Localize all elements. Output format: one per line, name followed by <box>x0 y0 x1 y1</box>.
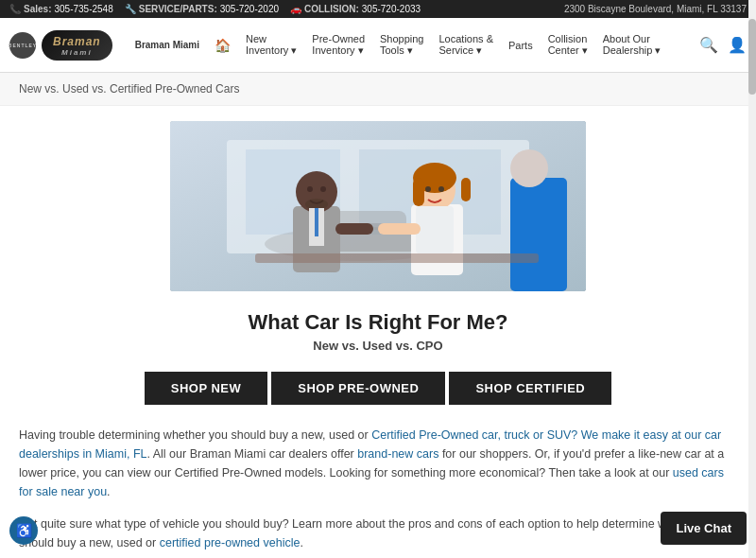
nav-about[interactable]: About OurDealership ▾ <box>595 18 669 73</box>
paragraph-1: Having trouble determining whether you s… <box>19 426 737 501</box>
nav-shopping-tools[interactable]: ShoppingTools ▾ <box>372 18 432 73</box>
breadcrumb: New vs. Used vs. Certified Pre-Owned Car… <box>0 73 756 106</box>
logo-top: Braman <box>53 35 101 48</box>
phone-icon: 📞 <box>9 4 21 14</box>
svg-rect-22 <box>416 206 454 253</box>
sales-label: Sales: <box>24 4 51 14</box>
svg-point-9 <box>307 186 313 192</box>
svg-rect-26 <box>255 253 539 263</box>
nav-parts[interactable]: Parts <box>501 18 541 73</box>
hero-svg <box>170 121 586 291</box>
search-icon[interactable]: 🔍 <box>699 36 718 54</box>
svg-rect-14 <box>335 223 373 235</box>
paragraph-2: Not quite sure what type of vehicle you … <box>19 514 737 552</box>
car-icon: 🚗 <box>290 4 301 14</box>
used-cars-link[interactable]: used cars for sale near you <box>19 466 724 498</box>
collision-phone[interactable]: 305-720-2033 <box>362 4 421 14</box>
body-text: Having trouble determining whether you s… <box>19 426 737 552</box>
live-chat-button[interactable]: Live Chat <box>661 512 747 545</box>
shop-certified-button[interactable]: SHOP CERTIFIED <box>447 370 613 407</box>
svg-point-25 <box>510 149 548 187</box>
nav-icons: 🔍 👤 <box>699 36 747 54</box>
logo-area: BENTLEY Braman Miami <box>9 30 112 61</box>
breadcrumb-text: New vs. Used vs. Certified Pre-Owned Car… <box>19 82 239 96</box>
bentley-logo[interactable]: BENTLEY <box>9 32 36 59</box>
svg-rect-18 <box>413 178 424 206</box>
user-icon[interactable]: 👤 <box>728 36 747 54</box>
nav-collision[interactable]: CollisionCenter ▾ <box>541 18 595 73</box>
sales-contact: 📞 Sales: 305-735-2548 <box>9 4 113 14</box>
main-header: BENTLEY Braman Miami Braman Miami 🏠 NewI… <box>0 18 756 73</box>
accessibility-icon: ♿ <box>16 523 32 538</box>
logo-sub: Miami <box>53 48 101 57</box>
bentley-label: BENTLEY <box>9 43 37 48</box>
nav-new-inventory[interactable]: NewInventory ▾ <box>238 18 304 73</box>
nav-home[interactable]: 🏠 <box>207 18 238 73</box>
brand-new-cars-link[interactable]: brand-new cars <box>357 447 438 461</box>
sales-phone[interactable]: 305-735-2548 <box>54 4 112 14</box>
scrollbar[interactable] <box>748 0 756 558</box>
address: 2300 Biscayne Boulevard, Miami, FL 33137 <box>564 4 747 14</box>
certified-pre-owned-link-1[interactable]: Certified Pre-Owned car, truck or SUV? W… <box>371 428 705 442</box>
svg-rect-23 <box>378 223 421 235</box>
nav-braman-miami[interactable]: Braman Miami <box>128 18 207 73</box>
collision-label: COLLISION: <box>304 4 359 14</box>
shop-pre-owned-button[interactable]: SHOP PRE-OWNED <box>269 370 447 407</box>
main-content: What Car Is Right For Me? New vs. Used v… <box>0 106 756 558</box>
nav-pre-owned[interactable]: Pre-OwnedInventory ▾ <box>304 18 372 73</box>
wrench-icon: 🔧 <box>125 4 136 14</box>
collision-contact: 🚗 COLLISION: 305-720-2033 <box>290 4 421 14</box>
shop-new-button[interactable]: SHOP NEW <box>143 370 270 407</box>
svg-rect-19 <box>461 178 471 201</box>
title-section: What Car Is Right For Me? New vs. Used v… <box>19 310 737 353</box>
service-phone[interactable]: 305-720-2020 <box>220 4 279 14</box>
svg-rect-13 <box>315 208 318 236</box>
top-bar-contacts: 📞 Sales: 305-735-2548 🔧 SERVICE/PARTS: 3… <box>9 4 421 14</box>
shop-buttons: SHOP NEW SHOP PRE-OWNED SHOP CERTIFIED <box>19 370 737 407</box>
top-bar: 📞 Sales: 305-735-2548 🔧 SERVICE/PARTS: 3… <box>0 0 756 18</box>
svg-point-20 <box>425 186 431 192</box>
sub-title: New vs. Used vs. CPO <box>19 339 737 353</box>
scroll-thumb[interactable] <box>748 19 756 95</box>
braman-logo[interactable]: Braman Miami <box>42 30 112 61</box>
nav-locations[interactable]: Locations &Service ▾ <box>432 18 501 73</box>
svg-point-10 <box>320 186 326 192</box>
main-title: What Car Is Right For Me? <box>19 310 737 335</box>
hero-image <box>170 121 586 291</box>
svg-point-21 <box>438 186 444 192</box>
certified-pre-owned-link-2[interactable]: certified pre-owned vehicle <box>160 536 301 549</box>
accessibility-button[interactable]: ♿ <box>9 516 38 545</box>
svg-rect-24 <box>510 178 567 291</box>
main-nav: Braman Miami 🏠 NewInventory ▾ Pre-OwnedI… <box>128 18 696 73</box>
service-label: SERVICE/PARTS: <box>139 4 217 14</box>
service-contact: 🔧 SERVICE/PARTS: 305-720-2020 <box>125 4 279 14</box>
